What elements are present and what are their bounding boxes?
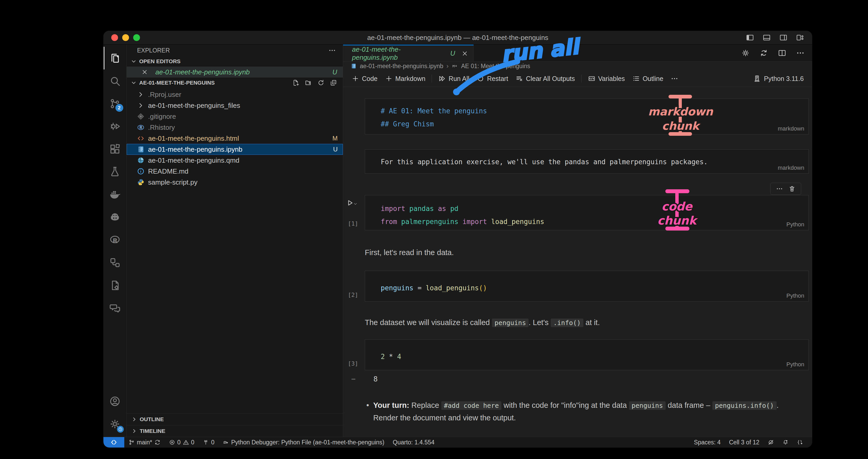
notebook-settings-icon[interactable]: [741, 49, 750, 57]
toggle-secondary-sidebar-icon[interactable]: [779, 33, 787, 42]
status-item-problems[interactable]: 00: [165, 437, 199, 448]
activity-item-run-debug[interactable]: [104, 115, 126, 137]
cell-editor-content[interactable]: import pandas as pdfrom palmerpenguins i…: [365, 195, 808, 228]
delete-cell-icon[interactable]: [788, 185, 796, 192]
file-tree-item-ae-01-meet-the-penguins.html[interactable]: ae-01-meet-the-penguins.htmlM: [127, 133, 343, 144]
file-tree-item-readme.md[interactable]: README.md: [127, 166, 343, 177]
code-cell[interactable]: import pandas as pdfrom palmerpenguins i…: [365, 195, 809, 230]
cell-editor-content[interactable]: 2 * 4: [365, 340, 808, 363]
plus-icon: [351, 75, 359, 83]
markdown-source-cell[interactable]: # AE 01: Meet the penguins## Greg Chismm…: [365, 98, 809, 134]
activity-item-explorer[interactable]: [104, 47, 126, 69]
breadcrumb-file[interactable]: ae-01-meet-the-penguins.ipynb: [360, 63, 443, 70]
output-gutter-icon[interactable]: ⋯: [351, 375, 356, 383]
activity-item-search[interactable]: [104, 69, 126, 92]
collapse-folders-icon[interactable]: [330, 79, 337, 86]
rendered-markdown-bullet[interactable]: •Your turn: Replace #add code here with …: [366, 399, 805, 424]
explorer-more-actions-icon[interactable]: [328, 47, 336, 54]
kernel-picker[interactable]: Python 3.11.6: [753, 75, 812, 83]
activity-item-docker[interactable]: [104, 183, 126, 206]
variables-icon: [588, 75, 596, 83]
markdown-source-cell[interactable]: For this application exercise, we'll use…: [365, 149, 809, 174]
kebab-button[interactable]: [667, 73, 682, 84]
more-cell-actions-icon[interactable]: [776, 185, 783, 192]
activity-item-extensions[interactable]: [104, 137, 126, 160]
variables-button[interactable]: Variables: [584, 73, 628, 84]
status-item-ports[interactable]: 0: [198, 437, 219, 448]
cell-language-label[interactable]: Python: [786, 361, 805, 368]
explorer-sidebar: EXPLORER OPEN EDITORS ae-01-meet-the-pen…: [127, 44, 343, 437]
activity-item-accounts[interactable]: [104, 390, 126, 412]
activity-item-remote-explorer[interactable]: [104, 251, 126, 274]
clear-all-outputs-button[interactable]: Clear All Outputs: [512, 73, 579, 84]
cell-editor-content[interactable]: penguins = load_penguins(): [365, 271, 808, 295]
sidebar-header: EXPLORER: [127, 44, 343, 56]
close-editor-icon[interactable]: [141, 69, 148, 75]
timeline-section[interactable]: TIMELINE: [127, 425, 343, 437]
split-editor-icon[interactable]: [778, 49, 786, 57]
close-tab-icon[interactable]: [461, 50, 468, 57]
open-editor-entry[interactable]: ae-01-meet-the-penguins.ipynb U: [127, 67, 343, 78]
compare-changes-icon[interactable]: [760, 49, 768, 57]
file-tree-item-.gitignore[interactable]: .gitignore: [127, 111, 343, 122]
breadcrumb-section[interactable]: AE 01: Meet the penguins: [461, 63, 530, 70]
file-tree-item-ae-01-meet-the-penguins.qmd[interactable]: ae-01-meet-the-penguins.qmd: [127, 155, 343, 166]
close-window-button[interactable]: [111, 34, 118, 41]
file-tree-item-ae-01-meet-the-penguins.ipynb[interactable]: ae-01-meet-the-penguins.ipynbU: [127, 144, 343, 155]
status-left: main*000Python Debugger: Python File (ae…: [124, 437, 439, 448]
status-item-branch[interactable]: main*: [124, 437, 165, 448]
activity-item-r-lang[interactable]: R: [104, 228, 126, 251]
cell-language-label[interactable]: markdown: [778, 164, 804, 171]
status-item-debugger[interactable]: Python Debugger: Python File (ae-01-meet…: [219, 437, 389, 448]
code-button[interactable]: Code: [348, 73, 381, 84]
code-cell[interactable]: 2 * 4Python[3]: [365, 339, 809, 370]
activity-item-source-control[interactable]: 2: [104, 92, 126, 115]
workspace-section-header[interactable]: AE-01-MEET-THE-PENGUINS: [127, 78, 343, 88]
rendered-markdown-cell[interactable]: The dataset we will visualize is called …: [365, 316, 809, 329]
status-item-language-indicator[interactable]: [793, 437, 807, 448]
new-folder-icon[interactable]: [305, 79, 312, 86]
cell-language-label[interactable]: markdown: [778, 125, 804, 132]
outline-button[interactable]: Outline: [628, 73, 667, 84]
toggle-panel-icon[interactable]: [763, 33, 771, 42]
cell-editor-content[interactable]: # AE 01: Meet the penguins## Greg Chism: [365, 99, 808, 130]
remote-indicator[interactable]: [103, 437, 124, 448]
status-text: 0: [177, 439, 181, 446]
open-editors-section-header[interactable]: OPEN EDITORS: [127, 56, 343, 67]
rendered-markdown-cell[interactable]: First, let's read in the data.: [365, 246, 809, 258]
status-item-quarto[interactable]: Quarto: 1.4.554: [389, 437, 439, 448]
bullet-text: Your turn: Replace #add code here with t…: [373, 399, 805, 424]
cell-language-label[interactable]: Python: [786, 293, 805, 299]
tab-notebook[interactable]: ae-01-meet-the-penguins.ipynb U: [343, 44, 474, 61]
file-tree-item-.rproj.user[interactable]: .Rproj.user: [127, 89, 343, 100]
status-item-notifications[interactable]: [778, 437, 793, 448]
activity-item-settings[interactable]: [104, 412, 126, 435]
more-actions-icon[interactable]: [796, 49, 805, 57]
file-tree-item-ae-01-meet-the-penguins_files[interactable]: ae-01-meet-the-penguins_files: [127, 100, 343, 111]
status-right: Spaces: 4Cell 3 of 12: [690, 437, 812, 448]
run-all-button[interactable]: Run All: [435, 73, 473, 84]
comments-icon: [109, 302, 121, 314]
activity-item-comments[interactable]: [104, 297, 126, 319]
activity-item-testing[interactable]: [104, 160, 126, 183]
restart-button[interactable]: Restart: [473, 73, 512, 84]
status-item-spaces[interactable]: Spaces: 4: [690, 437, 725, 448]
zoom-window-button[interactable]: [133, 34, 140, 41]
code-cell[interactable]: penguins = load_penguins()Python[2]: [365, 271, 809, 302]
cell-language-label[interactable]: Python: [786, 221, 805, 228]
minimize-window-button[interactable]: [122, 34, 129, 41]
file-tree-item-sample-script.py[interactable]: sample-script.py: [127, 177, 343, 188]
activity-item-cmake[interactable]: [104, 274, 126, 297]
refresh-explorer-icon[interactable]: [317, 79, 324, 86]
outline-section[interactable]: OUTLINE: [127, 413, 343, 425]
status-item-copilot-disabled[interactable]: [764, 437, 778, 448]
file-tree-item-.rhistory[interactable]: R.Rhistory: [127, 122, 343, 133]
status-item-cell-indicator[interactable]: Cell 3 of 12: [725, 437, 764, 448]
run-cell-button[interactable]: [346, 199, 358, 207]
markdown-button[interactable]: Markdown: [381, 73, 429, 84]
customize-layout-icon[interactable]: [796, 33, 804, 42]
toggle-primary-sidebar-icon[interactable]: [746, 33, 754, 42]
cell-editor-content[interactable]: For this application exercise, we'll use…: [365, 150, 808, 169]
new-file-icon[interactable]: [292, 79, 300, 86]
activity-item-copilot[interactable]: [104, 206, 126, 228]
